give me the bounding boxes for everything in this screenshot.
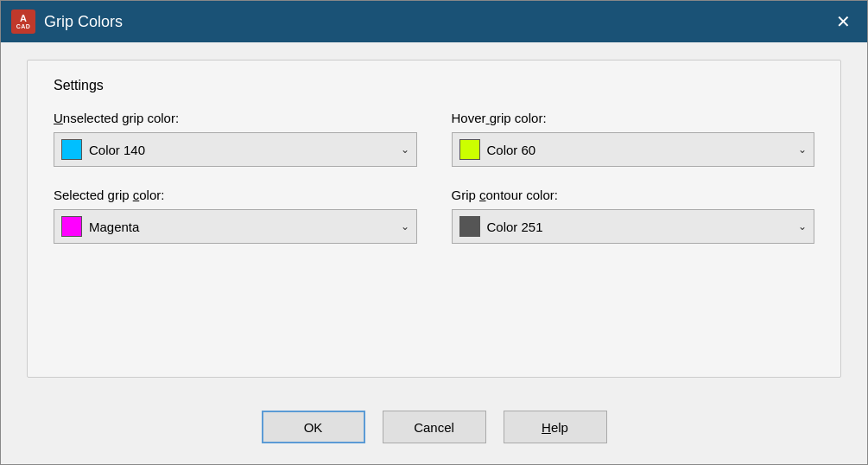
title-bar-left: A CAD Grip Colors — [11, 10, 123, 34]
selected-grip-field: Selected grip color: Magenta ⌄ — [54, 188, 417, 244]
hover-grip-dropdown[interactable]: Color 60 ⌄ — [452, 132, 815, 167]
contour-grip-field: Grip contour color: Color 251 ⌄ — [452, 188, 815, 244]
color-grid: Unselected grip color: Color 140 ⌄ Hover… — [54, 111, 814, 244]
help-rest: elp — [551, 420, 568, 435]
selected-grip-dropdown-arrow: ⌄ — [401, 220, 409, 232]
settings-group: Settings Unselected grip color: Color 14… — [27, 60, 841, 378]
unselected-grip-field: Unselected grip color: Color 140 ⌄ — [54, 111, 417, 167]
close-button[interactable]: ✕ — [829, 8, 857, 35]
help-underline-char: H — [542, 420, 551, 435]
grip-colors-dialog: A CAD Grip Colors ✕ Settings Unselected … — [0, 0, 868, 465]
cancel-button[interactable]: Cancel — [383, 411, 486, 443]
contour-grip-dropdown[interactable]: Color 251 ⌄ — [452, 209, 815, 244]
unselected-grip-dropdown[interactable]: Color 140 ⌄ — [54, 132, 417, 167]
hover-grip-swatch — [459, 139, 480, 160]
settings-group-label: Settings — [54, 78, 814, 93]
ok-button[interactable]: OK — [262, 411, 365, 443]
app-icon: A CAD — [11, 10, 35, 34]
contour-grip-label: Grip contour color: — [452, 188, 815, 202]
contour-grip-swatch — [459, 216, 480, 237]
app-icon-letter: A — [20, 14, 27, 23]
selected-grip-label: Selected grip color: — [54, 188, 417, 202]
unselected-grip-color-name: Color 140 — [89, 143, 394, 157]
selected-grip-swatch — [61, 216, 82, 237]
hover-grip-label: Hover grip color: — [452, 111, 815, 125]
selected-grip-dropdown[interactable]: Magenta ⌄ — [54, 209, 417, 244]
dialog-title: Grip Colors — [44, 13, 123, 31]
hover-grip-field: Hover grip color: Color 60 ⌄ — [452, 111, 815, 167]
app-icon-subtext: CAD — [16, 23, 31, 29]
hover-grip-color-name: Color 60 — [487, 143, 792, 157]
unselected-grip-swatch — [61, 139, 82, 160]
contour-grip-color-name: Color 251 — [487, 220, 792, 234]
unselected-grip-label: Unselected grip color: — [54, 111, 417, 125]
dialog-footer: OK Cancel Help — [1, 395, 867, 464]
title-bar: A CAD Grip Colors ✕ — [1, 1, 867, 42]
unselected-grip-dropdown-arrow: ⌄ — [401, 143, 409, 156]
selected-grip-color-name: Magenta — [89, 220, 394, 234]
hover-grip-dropdown-arrow: ⌄ — [798, 143, 807, 156]
dialog-body: Settings Unselected grip color: Color 14… — [1, 42, 867, 395]
contour-grip-dropdown-arrow: ⌄ — [798, 220, 807, 232]
help-button[interactable]: Help — [504, 411, 607, 443]
